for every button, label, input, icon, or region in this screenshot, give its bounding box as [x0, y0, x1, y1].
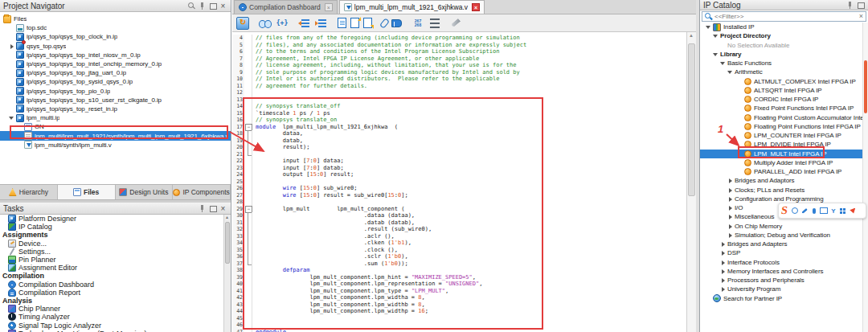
- ip-tree-item[interactable]: LPM_COUNTER Intel FPGA IP: [700, 131, 862, 140]
- chevron-down-icon[interactable]: [719, 59, 727, 67]
- tasks-scrollbar[interactable]: [223, 215, 231, 332]
- task-item[interactable]: Technology Map Viewer (Post-Mapping): [0, 330, 231, 332]
- document-tab[interactable]: lpm_multi_lpm_mult_1921_6xjhkwa.v×: [339, 0, 485, 14]
- task-item[interactable]: Pin Planner: [0, 256, 231, 264]
- chevron-right-icon[interactable]: [719, 249, 727, 256]
- file-tree-item[interactable]: ip/qsys_top/qsys_top_pio_0.ip: [0, 87, 231, 96]
- ime-fire-icon[interactable]: [849, 207, 857, 215]
- pen-icon[interactable]: [451, 18, 461, 28]
- ime-mic-icon[interactable]: [810, 207, 818, 215]
- chevron-down-icon[interactable]: [727, 68, 734, 76]
- file-tree-item[interactable]: lpm_multi.ip: [0, 113, 231, 122]
- ip-tree-item[interactable]: Basic Functions: [700, 59, 862, 68]
- file-tree-item[interactable]: ip/qsys_top/qsys_top_intel_onchip_memory…: [0, 59, 231, 68]
- task-item[interactable]: Signal Tap Logic Analyzer: [0, 321, 231, 329]
- close-icon[interactable]: [219, 204, 227, 213]
- ip-tree-item[interactable]: Library: [700, 50, 862, 59]
- close-icon[interactable]: [219, 2, 227, 10]
- ip-tree-item[interactable]: Bridges and Adapters: [700, 240, 862, 248]
- ip-tree-item[interactable]: LPM_DIVIDE Intel FPGA IP: [700, 140, 862, 149]
- fold-margin[interactable]: [244, 124, 252, 131]
- editor-scrollbar[interactable]: [686, 32, 696, 332]
- linecount-icon[interactable]: 267268: [411, 17, 424, 30]
- search-icon[interactable]: [187, 2, 196, 10]
- ime-toolbar[interactable]: S Y: [778, 203, 866, 219]
- ip-filter-input[interactable]: [714, 13, 859, 20]
- task-item[interactable]: Assignment Editor: [0, 264, 231, 272]
- chevron-right-icon[interactable]: [719, 259, 727, 266]
- ip-tree-item[interactable]: Floating Point Custom Accumulator Intel …: [700, 113, 862, 122]
- scrollbar-thumb[interactable]: [225, 222, 230, 264]
- ip-tree-item[interactable]: Multiply Adder Intel FPGA IP: [700, 158, 862, 167]
- ip-tree-item[interactable]: DSP: [700, 248, 862, 257]
- chevron-right-icon[interactable]: [727, 232, 734, 239]
- ip-tree-item[interactable]: Memory Interfaces and Controllers: [700, 267, 862, 276]
- file-tree-item[interactable]: lpm_multi/lpm_mult_1921/synth/lpm_multi_…: [0, 131, 231, 140]
- file-tree-item[interactable]: qsys_top.qsys: [0, 42, 231, 51]
- book-icon[interactable]: [391, 19, 402, 27]
- ime-kbd-icon[interactable]: [820, 207, 828, 215]
- chevron-right-icon[interactable]: [727, 195, 734, 203]
- chevron-down-icon[interactable]: [705, 23, 712, 31]
- braces-icon[interactable]: {+}: [276, 17, 289, 30]
- document-tab[interactable]: Compilation Dashboard×: [234, 0, 338, 14]
- chevron-down-icon[interactable]: [8, 114, 15, 121]
- file-tree-item[interactable]: Files: [0, 14, 231, 23]
- task-item[interactable]: Compilation Dashboard: [0, 281, 231, 289]
- chevron-right-icon[interactable]: [719, 268, 727, 275]
- chevron-down-icon[interactable]: [712, 32, 719, 39]
- ip-tree-item[interactable]: LPM_MULT Intel FPGA IP: [700, 150, 862, 158]
- float-panel-icon[interactable]: [856, 1, 865, 10]
- task-item[interactable]: Settings...: [0, 248, 231, 256]
- chevron-right-icon[interactable]: [727, 186, 734, 194]
- chevron-right-icon[interactable]: [727, 204, 734, 211]
- task-item[interactable]: IP Catalog: [0, 223, 231, 231]
- chevron-right-icon[interactable]: [727, 177, 734, 184]
- file-tree-item[interactable]: ip/qsys_top/qsys_top_jtag_uart_0.ip: [0, 68, 231, 77]
- float-panel-icon[interactable]: [208, 204, 217, 213]
- ip-tree-item[interactable]: On Chip Memory: [700, 222, 862, 231]
- chevron-right-icon[interactable]: [727, 213, 734, 220]
- import-icon[interactable]: [363, 18, 372, 28]
- fold-margin[interactable]: [244, 206, 252, 213]
- export-icon[interactable]: [350, 18, 359, 28]
- ip-tree-item[interactable]: Installed IP: [700, 23, 862, 31]
- float-panel-icon[interactable]: [208, 2, 217, 10]
- find-icon[interactable]: [259, 17, 272, 30]
- chevron-right-icon[interactable]: [719, 240, 727, 248]
- ip-tree-item[interactable]: Fixed Point Functions Intel FPGA IP: [700, 104, 862, 113]
- chevron-right-icon[interactable]: [727, 223, 734, 230]
- ip-tree-item[interactable]: Search for Partner IP: [700, 294, 862, 303]
- ip-tree-item[interactable]: Project Directory: [700, 31, 862, 40]
- pin-icon[interactable]: [845, 1, 854, 10]
- file-tree-item[interactable]: ip/qsys_top/qsys_top_reset_in.ip: [0, 105, 231, 113]
- ip-tree-item[interactable]: CORDIC Intel FPGA IP: [700, 95, 862, 104]
- task-item[interactable]: Compilation Report: [0, 289, 231, 297]
- ip-tree-item[interactable]: Arithmetic: [700, 68, 862, 76]
- file-tree-item[interactable]: ip/qsys_top/qsys_top_s10_user_rst_clkgat…: [0, 96, 231, 105]
- chevron-right-icon[interactable]: [719, 277, 727, 284]
- ime-pen-icon[interactable]: [800, 207, 809, 215]
- file-tree-item[interactable]: ip/qsys_top/qsys_top_sysid_qsys_0.ip: [0, 77, 231, 86]
- task-item[interactable]: Chip Planner: [0, 305, 231, 313]
- indent-icon[interactable]: [315, 17, 328, 30]
- ip-tree-item[interactable]: ALTMULT_COMPLEX Intel FPGA IP: [700, 77, 862, 86]
- clip-icon[interactable]: [379, 18, 390, 29]
- ip-tree-item[interactable]: Bridges and Adaptors: [700, 176, 862, 185]
- ime-grid-icon[interactable]: [839, 207, 847, 215]
- copy-icon[interactable]: [338, 18, 346, 28]
- clear-filter-icon[interactable]: ×: [859, 13, 863, 20]
- tab-hierarchy[interactable]: Hierarchy: [0, 185, 58, 199]
- chevron-right-icon[interactable]: [719, 285, 727, 293]
- sogou-logo[interactable]: S: [780, 204, 788, 217]
- outdent-icon[interactable]: [298, 17, 311, 30]
- menu-icon[interactable]: [428, 17, 441, 30]
- ip-tree-item[interactable]: Clocks; PLLs and Resets: [700, 186, 862, 195]
- ip-catalog-scrollbar[interactable]: [862, 23, 868, 332]
- ip-tree-item[interactable]: Floating Point Functions Intel FPGA IP: [700, 122, 862, 131]
- ip-tree-item[interactable]: PARALLEL_ADD Intel FPGA IP: [700, 167, 862, 176]
- task-item[interactable]: Device...: [0, 240, 231, 248]
- tab-ip-components[interactable]: IP Components: [173, 185, 231, 199]
- task-item[interactable]: Platform Designer: [0, 215, 231, 223]
- chevron-right-icon[interactable]: [8, 43, 15, 50]
